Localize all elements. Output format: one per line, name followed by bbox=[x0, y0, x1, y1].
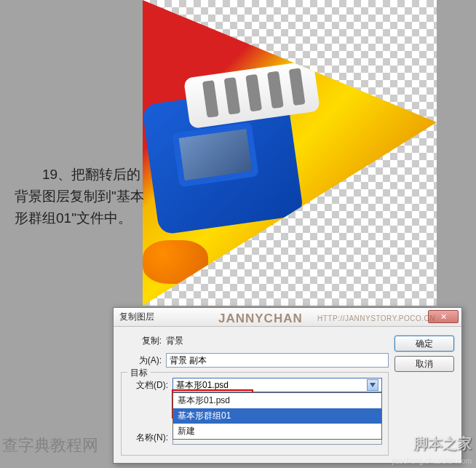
watermark-brand: JANNYCHAN bbox=[218, 312, 303, 326]
dialog-body: 复制: 背景 为(A): 目标 文档(D): 基本形01.psd bbox=[114, 327, 461, 463]
target-legend: 目标 bbox=[127, 367, 151, 379]
dropdown-option-1[interactable]: 基本形群组01 bbox=[173, 408, 381, 424]
dropdown-option-2[interactable]: 新建 bbox=[173, 424, 381, 439]
dropdown-option-0[interactable]: 基本形01.psd bbox=[173, 393, 381, 408]
dialog-title: 复制图层 bbox=[119, 311, 154, 323]
watermark-bottom-left: 查字典教程网 bbox=[2, 435, 98, 456]
document-label: 文档(D): bbox=[127, 379, 172, 392]
as-row: 为(A): bbox=[121, 352, 389, 368]
name-label: 名称(N): bbox=[127, 432, 172, 444]
document-row: 文档(D): 基本形01.psd 基本形01.psd 基本形群组01 新建 bbox=[127, 377, 382, 393]
dialog-left-column: 复制: 背景 为(A): 目标 文档(D): 基本形01.psd bbox=[121, 333, 389, 456]
dropdown-arrow-icon bbox=[367, 379, 378, 391]
toy-truck-roof bbox=[183, 60, 320, 129]
step-instruction: 19、把翻转后的背景图层复制到"基本形群组01"文件中。 bbox=[15, 164, 146, 229]
as-label: 为(A): bbox=[121, 354, 166, 367]
as-input[interactable] bbox=[166, 353, 389, 368]
copy-label: 复制: bbox=[121, 335, 166, 347]
copy-value: 背景 bbox=[166, 335, 183, 347]
canvas-transparency-area bbox=[143, 0, 437, 306]
document-dropdown-wrapper: 基本形01.psd 基本形01.psd 基本形群组01 新建 bbox=[172, 378, 382, 392]
image-background bbox=[143, 0, 437, 306]
document-dropdown-value: 基本形01.psd bbox=[176, 379, 229, 392]
watermark-bottom-right: 脚本之家 bbox=[413, 434, 472, 453]
watermark-url: HTTP://JANNYSTORY.POCO.CN bbox=[317, 314, 435, 322]
target-fieldset: 目标 文档(D): 基本形01.psd 基本形01.psd 基本形群组01 bbox=[121, 372, 389, 456]
toy-orange-parts bbox=[143, 240, 208, 284]
duplicate-layer-dialog: 复制图层 ✕ 复制: 背景 为(A): 目标 文档(D): 基本形01.psd bbox=[113, 307, 462, 464]
triangle-clipped-image bbox=[143, 0, 437, 306]
document-dropdown-list: 基本形01.psd 基本形群组01 新建 bbox=[172, 392, 382, 440]
cancel-button[interactable]: 取消 bbox=[394, 356, 454, 372]
watermark-bottom-sub: jiaocheng.chazidian.com bbox=[392, 457, 472, 465]
ok-button[interactable]: 确定 bbox=[394, 336, 454, 352]
document-dropdown[interactable]: 基本形01.psd bbox=[172, 378, 382, 392]
copy-row: 复制: 背景 bbox=[121, 333, 389, 349]
toy-truck-windshield bbox=[172, 122, 258, 188]
